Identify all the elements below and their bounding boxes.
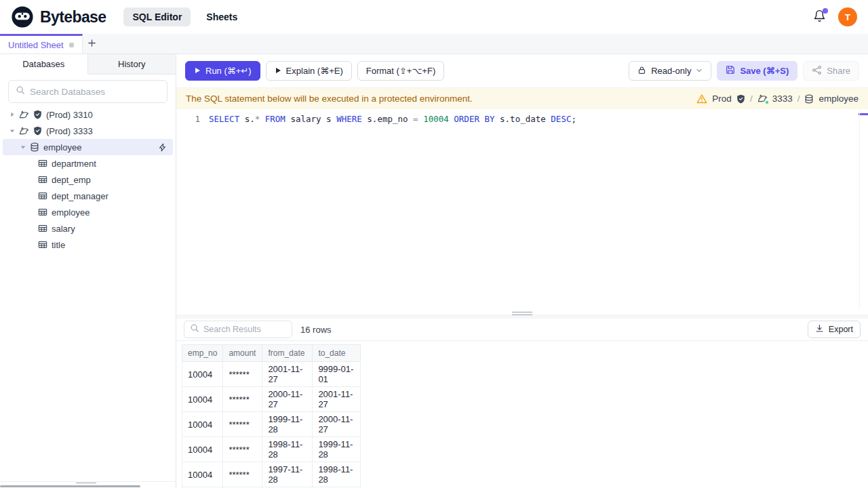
run-button-label: Run (⌘+↵): [205, 66, 252, 76]
results-table: emp_noamountfrom_dateto_date 10004******…: [182, 344, 361, 488]
tree-item-label: dept_manager: [52, 191, 108, 201]
table-cell: 2000-11-27: [262, 387, 313, 412]
database-search-input[interactable]: [30, 87, 160, 97]
editor-toolbar: Run (⌘+↵) Explain (⌘+E) Format (⇧+⌥+F) R…: [176, 54, 868, 88]
table-cell: ******: [223, 387, 262, 412]
row-count: 16 rows: [300, 325, 332, 335]
table-cell: 2001-11-27: [262, 362, 313, 387]
avatar[interactable]: T: [838, 7, 857, 26]
instance-link[interactable]: [757, 94, 768, 104]
bytebase-logo-icon: [11, 5, 34, 28]
column-header-emp_no[interactable]: emp_no: [182, 345, 223, 362]
column-header-to_date[interactable]: to_date: [313, 345, 361, 362]
sidebar-resize-handle[interactable]: [0, 481, 176, 488]
table-row[interactable]: 10004******2001-11-279999-01-01: [182, 362, 361, 387]
readonly-label: Read-only: [651, 66, 691, 76]
save-icon: [726, 65, 735, 77]
table-row[interactable]: 10004******1997-11-281998-11-28: [182, 462, 361, 487]
table-row[interactable]: 10004******1998-11-281999-11-28: [182, 437, 361, 462]
sidebar-horizontal-scrollbar[interactable]: [0, 485, 140, 487]
tree-item-label: (Prod) 3333: [46, 126, 93, 136]
mysql-icon: [19, 126, 29, 136]
environment-label: Prod: [712, 94, 732, 104]
share-button[interactable]: Share: [803, 61, 859, 81]
breadcrumb-separator: /: [750, 94, 753, 104]
tree-item-employee[interactable]: employee: [0, 204, 176, 220]
chevron-down-icon[interactable]: [9, 128, 15, 134]
table-cell: 10004: [182, 362, 223, 387]
grip-icon: [512, 312, 532, 315]
tree-item-prod-3333[interactable]: (Prod) 3333: [0, 123, 176, 139]
tree-item-label: employee: [52, 207, 90, 218]
table-cell: 1999-11-28: [262, 412, 313, 437]
search-icon: [16, 85, 25, 98]
nav-sql-editor[interactable]: SQL Editor: [123, 7, 191, 26]
sidebar: Databases History (Prod) 3310(Prod) 3333…: [0, 54, 176, 488]
share-button-label: Share: [827, 66, 850, 76]
tree-item-prod-3310[interactable]: (Prod) 3310: [0, 106, 176, 123]
table-row[interactable]: 10004******2000-11-272001-11-27: [182, 387, 361, 412]
tree-item-department[interactable]: department: [0, 155, 176, 171]
tab-history[interactable]: History: [88, 54, 176, 75]
play-icon: [194, 66, 201, 76]
tree-item-title[interactable]: title: [0, 237, 176, 253]
tree-item-employee[interactable]: employee: [3, 139, 173, 155]
table-icon: [38, 240, 47, 249]
table-cell: 1998-11-28: [313, 462, 361, 487]
database-label[interactable]: employee: [818, 94, 859, 104]
chevron-right-icon[interactable]: [9, 112, 15, 117]
download-icon: [815, 324, 824, 335]
database-tree: (Prod) 3310(Prod) 3333employeedepartment…: [0, 106, 176, 253]
brand[interactable]: Bytebase: [11, 5, 106, 28]
lock-icon: [637, 66, 646, 77]
column-header-from_date[interactable]: from_date: [262, 345, 313, 362]
table-row[interactable]: 10004******1999-11-282000-11-27: [182, 412, 361, 437]
tab-untitled-sheet[interactable]: Untitled Sheet: [0, 34, 83, 54]
sql-code-line: 1 SELECT s.* FROM salary s WHERE s.emp_n…: [176, 109, 868, 126]
sheet-tab-label: Untitled Sheet: [8, 40, 64, 50]
format-button[interactable]: Format (⇧+⌥+F): [357, 61, 444, 81]
tree-item-dept-emp[interactable]: dept_emp: [0, 171, 176, 188]
database-icon: [804, 94, 814, 104]
breadcrumb-separator: /: [797, 94, 800, 104]
explain-button[interactable]: Explain (⌘+E): [266, 61, 352, 81]
table-cell: 1999-11-28: [313, 437, 361, 462]
run-button[interactable]: Run (⌘+↵): [185, 61, 260, 81]
export-button[interactable]: Export: [808, 321, 861, 338]
readonly-mode-select[interactable]: Read-only: [629, 61, 711, 81]
bell-icon[interactable]: [812, 10, 826, 24]
tree-item-salary[interactable]: salary: [0, 220, 176, 237]
results-search-input[interactable]: [203, 325, 286, 334]
table-icon: [38, 175, 47, 184]
bolt-icon[interactable]: [158, 143, 167, 152]
column-header-amount[interactable]: amount: [223, 345, 262, 362]
panel-splitter[interactable]: [176, 308, 868, 319]
tree-item-dept-manager[interactable]: dept_manager: [0, 188, 176, 204]
instance-label[interactable]: 3333: [772, 94, 793, 104]
table-icon: [38, 191, 47, 201]
results-panel: 16 rows Export emp_noamountfrom_dateto_d…: [176, 319, 868, 488]
shield-icon: [33, 126, 42, 136]
unsaved-indicator: [69, 43, 74, 47]
new-sheet-button[interactable]: [83, 34, 102, 54]
chevron-down-icon[interactable]: [20, 144, 26, 150]
tree-item-label: salary: [52, 224, 75, 234]
tab-databases[interactable]: Databases: [0, 54, 88, 75]
nav-sheets[interactable]: Sheets: [197, 7, 246, 26]
sql-editor[interactable]: 1 SELECT s.* FROM salary s WHERE s.emp_n…: [176, 109, 868, 308]
play-icon: [275, 66, 281, 76]
tree-item-label: (Prod) 3310: [46, 110, 93, 120]
mysql-icon: [19, 110, 29, 120]
share-icon: [812, 65, 822, 77]
save-button[interactable]: Save (⌘+S): [717, 61, 797, 81]
format-button-label: Format (⇧+⌥+F): [366, 66, 435, 76]
table-cell: 10004: [182, 412, 223, 437]
notification-dot: [823, 8, 828, 14]
tree-item-label: dept_emp: [52, 175, 91, 185]
database-search: [8, 80, 167, 103]
table-cell: 2000-11-27: [313, 412, 361, 437]
save-button-label: Save (⌘+S): [740, 66, 789, 76]
warning-icon: [696, 94, 707, 104]
banner-message: The SQL statement below will be executed…: [186, 94, 473, 104]
results-search: [184, 321, 292, 338]
